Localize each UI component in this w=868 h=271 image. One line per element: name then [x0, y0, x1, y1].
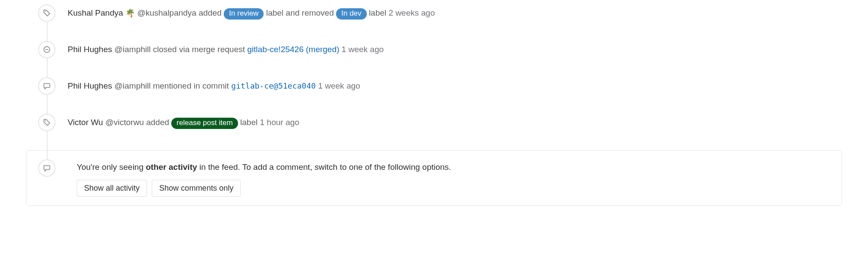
activity-filter-notice: You're only seeing other activity in the…	[26, 150, 842, 206]
label-in-dev[interactable]: In dev	[336, 8, 366, 20]
show-comments-only-button[interactable]: Show comments only	[152, 180, 241, 197]
action-text: label	[240, 118, 258, 127]
action-text: added	[146, 118, 169, 127]
timestamp[interactable]: 2 weeks ago	[388, 8, 435, 17]
author-handle[interactable]: @iamphill	[114, 45, 151, 54]
action-text: label and removed	[266, 8, 334, 17]
tag-icon	[38, 114, 55, 131]
author-name[interactable]: Victor Wu	[68, 118, 103, 127]
svg-point-0	[45, 11, 46, 12]
author-emoji: 🌴	[125, 9, 135, 17]
activity-event-label: Kushal Pandya 🌴 @kushalpandya added In r…	[26, 4, 842, 22]
activity-event-closed: Phil Hughes @iamphill closed via merge r…	[26, 41, 842, 58]
author-name[interactable]: Phil Hughes	[68, 81, 112, 90]
author-handle[interactable]: @kushalpandya	[137, 8, 196, 17]
timestamp[interactable]: 1 hour ago	[260, 118, 300, 127]
activity-event-label: Victor Wu @victorwu added release post i…	[26, 114, 842, 131]
author-name[interactable]: Kushal Pandya	[68, 8, 123, 17]
author-name[interactable]: Phil Hughes	[68, 45, 112, 54]
action-text: added	[199, 8, 222, 17]
author-handle[interactable]: @victorwu	[105, 118, 144, 127]
show-all-activity-button[interactable]: Show all activity	[77, 180, 147, 197]
author-handle[interactable]: @iamphill	[114, 81, 151, 90]
comment-icon	[38, 77, 55, 95]
label-release-post-item[interactable]: release post item	[171, 118, 238, 129]
merge-request-link[interactable]: gitlab-ce!25426 (merged)	[247, 45, 339, 54]
label-in-review[interactable]: In review	[224, 8, 264, 20]
timestamp[interactable]: 1 week ago	[342, 45, 384, 54]
action-text: label	[369, 8, 386, 17]
action-text: mentioned in commit	[153, 81, 229, 90]
closed-icon	[38, 41, 55, 58]
tag-icon	[38, 4, 55, 22]
activity-event-mention: Phil Hughes @iamphill mentioned in commi…	[26, 77, 842, 95]
commit-link[interactable]: gitlab-ce@51eca040	[231, 81, 316, 90]
timestamp[interactable]: 1 week ago	[318, 81, 360, 90]
action-text: closed via merge request	[153, 45, 245, 54]
svg-point-3	[45, 121, 46, 122]
notice-text: You're only seeing other activity in the…	[77, 159, 833, 172]
comment-icon	[38, 159, 55, 177]
